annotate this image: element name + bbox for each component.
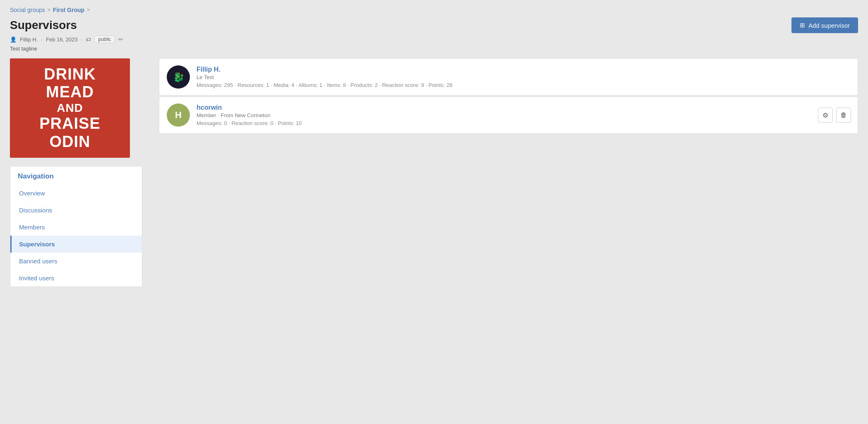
meta-user: Fillip H.: [20, 36, 38, 43]
add-supervisor-icon: ⊞: [800, 22, 805, 29]
group-image-text: DRINK MEAD AND PRAISE ODIN: [39, 65, 100, 151]
sidebar-item-members[interactable]: Members: [10, 219, 142, 236]
member-subtitle-fillip: Le Test: [197, 74, 850, 80]
user-icon: 👤: [10, 36, 17, 43]
add-supervisor-button[interactable]: ⊞ Add supervisor: [791, 17, 858, 33]
image-line-4: PRAISE: [39, 115, 100, 133]
breadcrumb-home-link[interactable]: Social groups: [10, 7, 45, 13]
public-tag: public: [94, 36, 115, 43]
breadcrumb-separator-2: >: [87, 7, 90, 13]
image-line-1: DRINK: [39, 65, 100, 84]
settings-button-hcorwin[interactable]: ⚙: [818, 108, 833, 123]
page-title: Supervisors: [10, 19, 77, 32]
member-stats-fillip: Messages: 295 · Resources: 1 · Media: 4 …: [197, 82, 850, 88]
delete-button-hcorwin[interactable]: 🗑: [836, 108, 851, 123]
member-info-hcorwin: hcorwin Member · From New Corineton Mess…: [197, 104, 850, 126]
content-area: 🐉 Fillip H. Le Test Messages: 295 · Reso…: [159, 58, 858, 135]
add-supervisor-label: Add supervisor: [808, 22, 850, 29]
avatar-hcorwin: H: [167, 104, 190, 127]
settings-icon: ⚙: [822, 111, 828, 119]
meta-date: Feb 16, 2023: [46, 36, 78, 43]
sidebar-item-supervisors[interactable]: Supervisors: [10, 236, 142, 253]
sidebar-item-invited-users[interactable]: Invited users: [10, 270, 142, 287]
meta-dot-1: ·: [41, 36, 43, 43]
sidebar-item-discussions[interactable]: Discussions: [10, 202, 142, 219]
member-info-fillip: Fillip H. Le Test Messages: 295 · Resour…: [197, 66, 850, 88]
member-subtitle-hcorwin: Member · From New Corineton: [197, 112, 850, 118]
image-line-2: MEAD: [39, 83, 100, 101]
member-actions-hcorwin: ⚙ 🗑: [818, 108, 851, 123]
member-card-hcorwin: H hcorwin Member · From New Corineton Me…: [159, 96, 858, 134]
tag-icon: 🏷: [86, 36, 91, 43]
main-layout: DRINK MEAD AND PRAISE ODIN Navigation Ov…: [10, 58, 858, 287]
nav-heading: Navigation: [10, 166, 142, 185]
avatar-letter-hcorwin: H: [175, 110, 182, 120]
breadcrumb-separator-1: >: [48, 7, 50, 13]
sidebar-item-banned-users[interactable]: Banned users: [10, 253, 142, 270]
member-card-fillip: 🐉 Fillip H. Le Test Messages: 295 · Reso…: [159, 58, 858, 96]
meta-info: 👤 Fillip H. · Feb 16, 2023 · 🏷 public ✏: [10, 36, 858, 43]
meta-dot-2: ·: [81, 36, 83, 43]
tagline: Test tagline: [10, 46, 858, 52]
header-row: Supervisors ⊞ Add supervisor: [10, 17, 858, 33]
member-name-hcorwin[interactable]: hcorwin: [197, 104, 850, 111]
left-sidebar: DRINK MEAD AND PRAISE ODIN Navigation Ov…: [10, 58, 151, 287]
sidebar-item-overview[interactable]: Overview: [10, 185, 142, 202]
image-line-5: ODIN: [39, 133, 100, 151]
navigation-box: Navigation Overview Discussions Members …: [10, 166, 142, 287]
dragon-avatar-icon: 🐉: [170, 69, 187, 85]
group-image: DRINK MEAD AND PRAISE ODIN: [10, 58, 130, 158]
member-name-fillip[interactable]: Fillip H.: [197, 66, 850, 73]
breadcrumb: Social groups > First Group >: [10, 7, 858, 13]
svg-text:🐉: 🐉: [173, 72, 185, 83]
edit-icon[interactable]: ✏: [118, 36, 123, 43]
avatar-fillip: 🐉: [167, 65, 190, 89]
member-stats-hcorwin: Messages: 0 · Reaction score: 0 · Points…: [197, 120, 850, 126]
image-line-3: AND: [39, 101, 100, 115]
delete-icon: 🗑: [840, 111, 847, 119]
breadcrumb-group-link[interactable]: First Group: [53, 7, 84, 13]
